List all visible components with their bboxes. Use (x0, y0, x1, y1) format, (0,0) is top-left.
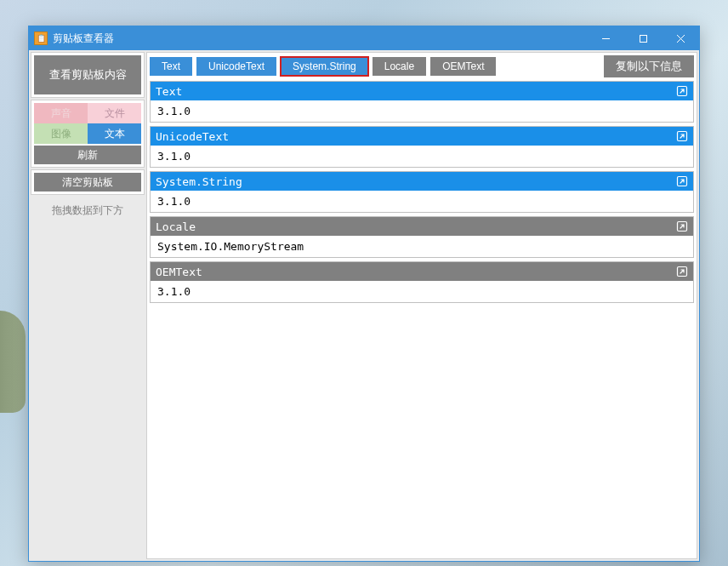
minimize-button[interactable] (587, 26, 624, 50)
content-area: Text3.1.0UnicodeText3.1.0System.String3.… (150, 81, 694, 556)
clear-clipboard-button[interactable]: 清空剪贴板 (34, 173, 141, 192)
data-header: OEMText (151, 262, 693, 281)
tag-text[interactable]: 文本 (88, 123, 141, 144)
refresh-button[interactable]: 刷新 (34, 146, 141, 164)
data-value: 3.1.0 (151, 100, 693, 122)
data-header: System.String (151, 172, 693, 191)
format-name-label: UnicodeText (156, 130, 229, 143)
data-block: System.String3.1.0 (150, 171, 694, 213)
tag-image[interactable]: 图像 (34, 123, 88, 144)
format-name-label: Locale (156, 220, 196, 233)
app-window: 📋 剪贴板查看器 查看剪贴板内容 声音 文件 图像 文本 刷新 (28, 26, 700, 562)
sidebar: 查看剪贴板内容 声音 文件 图像 文本 刷新 清空剪贴板 拖拽数据到下方 (31, 52, 145, 559)
tab-text[interactable]: Text (150, 57, 192, 76)
data-block: UnicodeText3.1.0 (150, 126, 694, 168)
data-block: OEMText3.1.0 (150, 261, 694, 303)
data-value: 3.1.0 (151, 281, 693, 302)
tab-oemtext[interactable]: OEMText (430, 57, 496, 76)
data-header: UnicodeText (151, 127, 693, 146)
format-name-label: Text (156, 85, 182, 98)
export-icon[interactable] (676, 85, 688, 97)
data-header: Text (151, 82, 693, 100)
data-block: Text3.1.0 (150, 81, 694, 123)
format-name-label: System.String (156, 175, 242, 188)
tag-sound[interactable]: 声音 (34, 103, 88, 123)
toolbar: TextUnicodeTextSystem.StringLocaleOEMTex… (150, 55, 694, 77)
close-button[interactable] (662, 26, 699, 50)
wallpaper-decoration (0, 311, 26, 413)
data-value: 3.1.0 (151, 146, 693, 167)
drag-hint-label: 拖拽数据到下方 (31, 197, 145, 225)
copy-info-button[interactable]: 复制以下信息 (604, 55, 694, 77)
view-clipboard-button[interactable]: 查看剪贴板内容 (34, 55, 141, 94)
titlebar[interactable]: 📋 剪贴板查看器 (29, 26, 699, 50)
svg-rect-1 (640, 35, 646, 42)
app-icon: 📋 (34, 31, 48, 45)
format-tabs: TextUnicodeTextSystem.StringLocaleOEMTex… (150, 57, 496, 76)
data-value: 3.1.0 (151, 191, 693, 212)
export-icon[interactable] (676, 266, 688, 277)
export-icon[interactable] (676, 175, 688, 187)
format-name-label: OEMText (156, 266, 202, 278)
tab-locale[interactable]: Locale (373, 57, 426, 76)
tab-system-string[interactable]: System.String (281, 57, 368, 76)
tag-file[interactable]: 文件 (88, 103, 141, 123)
format-tag-grid: 声音 文件 图像 文本 (34, 103, 141, 144)
tab-unicodetext[interactable]: UnicodeText (196, 57, 276, 76)
data-block: LocaleSystem.IO.MemoryStream (150, 216, 694, 258)
export-icon[interactable] (676, 220, 688, 232)
window-body: 查看剪贴板内容 声音 文件 图像 文本 刷新 清空剪贴板 拖拽数据到下方 Tex… (29, 50, 699, 561)
export-icon[interactable] (676, 130, 688, 142)
window-title: 剪贴板查看器 (53, 31, 114, 46)
maximize-button[interactable] (624, 26, 662, 50)
main-panel: TextUnicodeTextSystem.StringLocaleOEMTex… (146, 52, 697, 559)
data-header: Locale (151, 217, 693, 236)
data-value: System.IO.MemoryStream (151, 236, 693, 257)
